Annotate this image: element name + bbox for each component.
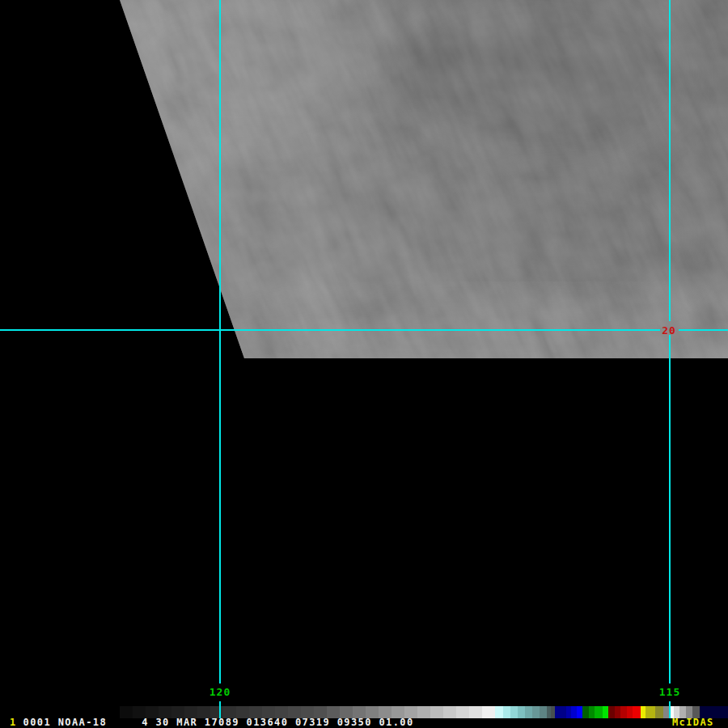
- longitude-label: 120: [210, 686, 231, 698]
- colorbar-segment: [430, 706, 443, 718]
- colorbar-segment: [555, 706, 566, 718]
- colorbar-segment: [615, 706, 620, 718]
- colorbar-segment: [633, 706, 641, 718]
- latitude-line: [0, 329, 660, 331]
- colorbar-segment: [663, 706, 669, 718]
- colorbar-segment: [532, 706, 540, 718]
- colorbar-segment: [503, 706, 510, 718]
- image-annotation: 0001 NOAA-18 4 30 MAR 17089 013640 07319…: [16, 717, 414, 728]
- longitude-line: [219, 701, 221, 718]
- colorbar-segment: [443, 706, 456, 718]
- longitude-line: [669, 335, 671, 684]
- colorbar-segment: [577, 706, 582, 718]
- colorbar-segment: [582, 706, 589, 718]
- colorbar-segment: [518, 706, 525, 718]
- longitude-line: [669, 0, 671, 321]
- colorbar-segment: [655, 706, 663, 718]
- colorbar-segment: [510, 706, 518, 718]
- status-bar: 1 0001 NOAA-18 4 30 MAR 17089 013640 073…: [0, 717, 728, 728]
- colorbar-segment: [469, 706, 482, 718]
- colorbar-segment: [482, 706, 495, 718]
- colorbar-segment: [595, 706, 603, 718]
- colorbar-segment: [589, 706, 595, 718]
- colorbar-segment: [608, 706, 615, 718]
- colorbar-segment: [417, 706, 430, 718]
- mcidas-brand-label: McIDAS: [672, 717, 714, 728]
- mcidas-display-canvas[interactable]: 12011520 1 0001 NOAA-18 4 30 MAR 17089 0…: [0, 0, 728, 728]
- longitude-label: 115: [659, 686, 680, 698]
- colorbar-segment: [456, 706, 469, 718]
- colorbar-segment: [620, 706, 627, 718]
- longitude-line: [669, 701, 671, 718]
- colorbar-segment: [540, 706, 547, 718]
- colorbar-segment: [627, 706, 633, 718]
- satellite-image: [0, 0, 728, 364]
- colorbar-segment: [495, 706, 503, 718]
- colorbar-segment: [645, 706, 655, 718]
- latitude-line: [679, 329, 728, 331]
- colorbar-segment: [603, 706, 608, 718]
- longitude-line: [219, 0, 221, 684]
- colorbar-segment: [525, 706, 532, 718]
- latitude-label: 20: [662, 324, 676, 336]
- colorbar-segment: [571, 706, 577, 718]
